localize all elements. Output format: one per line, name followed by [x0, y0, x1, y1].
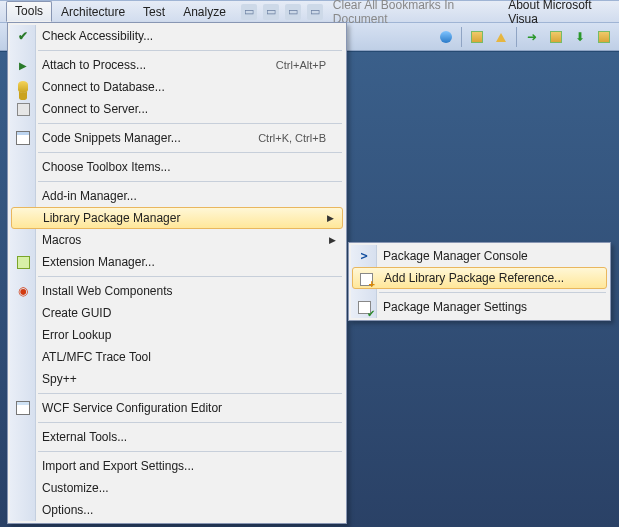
menu-label: Check Accessibility... — [42, 29, 336, 43]
menu-separator — [38, 152, 342, 153]
submenu-arrow-icon: ▶ — [327, 213, 334, 223]
bookmark-next-icon[interactable]: ▭ — [307, 4, 323, 20]
add-reference-icon — [358, 271, 374, 287]
menu-label: Customize... — [42, 481, 336, 495]
menu-library-package-manager[interactable]: Library Package Manager ▶ — [11, 207, 343, 229]
menu-macros[interactable]: Macros ▶ — [10, 229, 344, 251]
menu-label: Spy++ — [42, 372, 336, 386]
menu-separator — [379, 292, 606, 293]
menu-label: Package Manager Console — [383, 249, 600, 263]
menu-label: Connect to Server... — [42, 102, 336, 116]
menu-separator — [38, 123, 342, 124]
menu-shortcut: Ctrl+Alt+P — [276, 59, 336, 71]
server-icon — [15, 101, 31, 117]
menu-connect-database[interactable]: Connect to Database... — [10, 76, 344, 98]
menu-extension-manager[interactable]: Extension Manager... — [10, 251, 344, 273]
menu-label: Create GUID — [42, 306, 336, 320]
menu-connect-server[interactable]: Connect to Server... — [10, 98, 344, 120]
menu-label: Macros — [42, 233, 329, 247]
menu-customize[interactable]: Customize... — [10, 477, 344, 499]
menu-check-accessibility[interactable]: Check Accessibility... — [10, 25, 344, 47]
menu-label: Library Package Manager — [43, 211, 327, 225]
menu-separator — [38, 422, 342, 423]
down-arrow-icon: ⬇ — [575, 30, 585, 44]
menu-architecture[interactable]: Architecture — [52, 2, 134, 22]
bookmark-prev-icon[interactable]: ▭ — [285, 4, 301, 20]
disc-icon — [440, 31, 452, 43]
menu-label: Package Manager Settings — [383, 300, 600, 314]
menu-wcf-config-editor[interactable]: WCF Service Configuration Editor — [10, 397, 344, 419]
menu-options[interactable]: Options... — [10, 499, 344, 521]
menu-label: External Tools... — [42, 430, 336, 444]
menu-install-web-components[interactable]: Install Web Components — [10, 280, 344, 302]
toolbar-separator — [461, 27, 462, 47]
menu-label: Error Lookup — [42, 328, 336, 342]
menu-separator — [38, 276, 342, 277]
bookmark-new-icon[interactable]: ▭ — [241, 4, 257, 20]
toolbar-btn-7[interactable] — [593, 26, 615, 48]
menu-label: Add-in Manager... — [42, 189, 336, 203]
wcf-icon — [15, 400, 31, 416]
submenu-add-library-package-reference[interactable]: Add Library Package Reference... — [352, 267, 607, 289]
menu-external-tools[interactable]: External Tools... — [10, 426, 344, 448]
arrow-icon: ➜ — [527, 30, 537, 44]
menu-separator — [38, 50, 342, 51]
menu-shortcut: Ctrl+K, Ctrl+B — [258, 132, 336, 144]
database-icon — [15, 79, 31, 95]
check-icon — [15, 28, 31, 44]
menu-separator — [38, 181, 342, 182]
menu-label: Choose Toolbox Items... — [42, 160, 336, 174]
submenu-arrow-icon: ▶ — [329, 235, 336, 245]
menu-label: Attach to Process... — [42, 58, 276, 72]
menu-label: ATL/MFC Trace Tool — [42, 350, 336, 364]
menu-label: Add Library Package Reference... — [384, 271, 598, 285]
menu-choose-toolbox-items[interactable]: Choose Toolbox Items... — [10, 156, 344, 178]
menu-attach-to-process[interactable]: Attach to Process... Ctrl+Alt+P — [10, 54, 344, 76]
toolbar-btn-6[interactable]: ⬇ — [569, 26, 591, 48]
menu-label: Extension Manager... — [42, 255, 336, 269]
menu-analyze[interactable]: Analyze — [174, 2, 235, 22]
submenu-package-manager-settings[interactable]: Package Manager Settings — [351, 296, 608, 318]
menu-create-guid[interactable]: Create GUID — [10, 302, 344, 324]
toolbar-btn-4[interactable]: ➜ — [521, 26, 543, 48]
menu-label: WCF Service Configuration Editor — [42, 401, 336, 415]
toolbar-btn-2[interactable] — [466, 26, 488, 48]
menu-import-export-settings[interactable]: Import and Export Settings... — [10, 455, 344, 477]
menu-separator — [38, 393, 342, 394]
library-package-manager-submenu: Package Manager Console Add Library Pack… — [348, 242, 611, 321]
settings-icon — [356, 299, 372, 315]
menu-atl-mfc-trace[interactable]: ATL/MFC Trace Tool — [10, 346, 344, 368]
submenu-package-manager-console[interactable]: Package Manager Console — [351, 245, 608, 267]
snippets-icon — [15, 130, 31, 146]
toolbar-btn-5[interactable] — [545, 26, 567, 48]
menu-label: Options... — [42, 503, 336, 517]
toolbar-btn-3[interactable] — [490, 26, 512, 48]
install-icon — [15, 283, 31, 299]
tools-dropdown: Check Accessibility... Attach to Process… — [7, 22, 347, 524]
menu-addin-manager[interactable]: Add-in Manager... — [10, 185, 344, 207]
menu-label: Import and Export Settings... — [42, 459, 336, 473]
bookmark-toggle-icon[interactable]: ▭ — [263, 4, 279, 20]
box-icon — [550, 31, 562, 43]
menu-label: Code Snippets Manager... — [42, 131, 258, 145]
menu-label: Connect to Database... — [42, 80, 336, 94]
triangle-icon — [496, 33, 506, 42]
main-menubar: Tools Architecture Test Analyze ▭ ▭ ▭ ▭ … — [0, 0, 619, 23]
box-icon — [471, 31, 483, 43]
menu-spy-plus-plus[interactable]: Spy++ — [10, 368, 344, 390]
menu-separator — [38, 451, 342, 452]
console-icon — [356, 248, 372, 264]
menu-test[interactable]: Test — [134, 2, 174, 22]
box-icon — [598, 31, 610, 43]
menu-error-lookup[interactable]: Error Lookup — [10, 324, 344, 346]
toolbar-separator — [516, 27, 517, 47]
menu-label: Install Web Components — [42, 284, 336, 298]
extension-icon — [15, 254, 31, 270]
menu-code-snippets-manager[interactable]: Code Snippets Manager... Ctrl+K, Ctrl+B — [10, 127, 344, 149]
menu-tools[interactable]: Tools — [6, 1, 52, 22]
menubar-icon-group: ▭ ▭ ▭ ▭ — [235, 4, 323, 20]
toolbar-btn-1[interactable] — [435, 26, 457, 48]
attach-icon — [15, 57, 31, 73]
